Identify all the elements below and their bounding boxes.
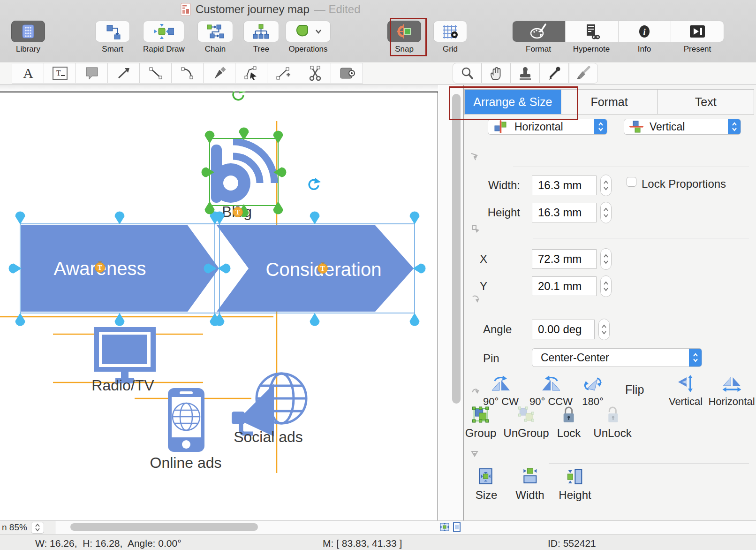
rotate-90cw-button[interactable]: 90° CW bbox=[483, 374, 519, 408]
width-field[interactable] bbox=[532, 176, 597, 195]
vertical-align-dropdown[interactable]: Vertical bbox=[624, 119, 741, 135]
selection-handle[interactable] bbox=[205, 201, 215, 214]
height-field[interactable] bbox=[532, 203, 597, 222]
horizontal-align-icon bbox=[493, 120, 509, 133]
section-group-icon[interactable] bbox=[471, 388, 480, 397]
flip-horizontal-button[interactable]: Horizontal bbox=[708, 374, 755, 408]
rotate-handle-blue[interactable] bbox=[309, 178, 321, 189]
vertical-scrollbar[interactable] bbox=[452, 94, 461, 404]
tool-text[interactable]: A bbox=[12, 63, 44, 84]
tab-text[interactable]: Text bbox=[658, 90, 754, 114]
tool-connection-point[interactable] bbox=[331, 63, 363, 84]
x-field[interactable] bbox=[532, 249, 597, 269]
pin-dropdown[interactable]: Center-Center bbox=[532, 348, 702, 367]
lock-button[interactable]: Lock bbox=[557, 405, 581, 440]
fit-page-button[interactable] bbox=[439, 521, 450, 533]
snap-button[interactable] bbox=[387, 21, 421, 42]
online-ads-shape[interactable] bbox=[168, 388, 204, 452]
vertical-align-stepper[interactable] bbox=[728, 119, 741, 134]
selection-handle[interactable] bbox=[410, 313, 420, 326]
tool-arrow[interactable] bbox=[107, 63, 140, 84]
page-view-button[interactable] bbox=[451, 521, 462, 533]
present-button[interactable] bbox=[671, 21, 724, 42]
tool-arc[interactable] bbox=[171, 63, 204, 84]
grid-button[interactable] bbox=[433, 21, 467, 42]
same-height-icon bbox=[566, 467, 584, 486]
tool-edit-nodes[interactable] bbox=[235, 63, 267, 84]
width-stepper[interactable] bbox=[600, 175, 612, 196]
tool-stamp[interactable] bbox=[511, 63, 540, 84]
x-label: X bbox=[480, 252, 494, 266]
selection-handle[interactable] bbox=[273, 201, 283, 214]
make-same-size-button[interactable]: Size bbox=[476, 467, 498, 502]
text-box-tool-icon: T bbox=[52, 66, 68, 80]
selection-handle[interactable] bbox=[115, 212, 125, 225]
grid-label: Grid bbox=[443, 45, 458, 54]
zoom-level-stepper[interactable] bbox=[31, 522, 44, 534]
y-field[interactable] bbox=[532, 276, 597, 296]
x-stepper[interactable] bbox=[600, 248, 612, 270]
zoom-level-control[interactable]: n 85% bbox=[0, 520, 55, 534]
angle-stepper[interactable] bbox=[598, 319, 610, 340]
selection-handle[interactable] bbox=[310, 313, 320, 326]
rotate-90ccw-button[interactable]: 90° CCW bbox=[529, 374, 573, 408]
tool-pen[interactable] bbox=[203, 63, 235, 84]
info-icon: i bbox=[637, 23, 652, 39]
make-same-width-button[interactable]: Width bbox=[515, 467, 544, 502]
selection-handle[interactable] bbox=[210, 313, 220, 326]
selection-handle[interactable] bbox=[115, 313, 125, 326]
library-button[interactable] bbox=[11, 21, 45, 42]
section-same-icon[interactable] bbox=[470, 450, 479, 459]
section-rotation-icon[interactable] bbox=[471, 295, 480, 304]
selection-handle[interactable] bbox=[9, 264, 22, 274]
rotate-180-button[interactable]: 180° bbox=[582, 374, 604, 408]
tool-cut[interactable] bbox=[299, 63, 331, 84]
hypernote-button[interactable] bbox=[566, 21, 619, 42]
info-button[interactable]: i bbox=[619, 21, 672, 42]
tool-add-node[interactable] bbox=[267, 63, 299, 84]
chain-button[interactable] bbox=[197, 21, 233, 42]
tab-arrange-size[interactable]: Arrange & Size bbox=[465, 90, 561, 114]
tool-zoom[interactable] bbox=[453, 63, 482, 84]
tool-pan[interactable] bbox=[482, 63, 511, 84]
y-stepper[interactable] bbox=[600, 275, 612, 297]
unlock-button[interactable]: UnLock bbox=[593, 405, 631, 440]
horizontal-align-stepper[interactable] bbox=[594, 119, 607, 134]
add-node-tool-icon bbox=[275, 66, 291, 80]
group-button[interactable]: Group bbox=[465, 405, 497, 440]
selection-handle[interactable] bbox=[410, 212, 420, 225]
operations-button[interactable] bbox=[286, 21, 331, 42]
selection-handle[interactable] bbox=[15, 313, 25, 326]
tool-callout[interactable] bbox=[76, 63, 108, 84]
horizontal-scrollbar[interactable] bbox=[70, 523, 258, 531]
tool-text-box[interactable]: T bbox=[44, 63, 76, 84]
selection-handle[interactable] bbox=[205, 131, 215, 144]
make-same-height-button[interactable]: Height bbox=[559, 467, 591, 502]
angle-field[interactable] bbox=[532, 320, 595, 339]
pin-stepper[interactable] bbox=[689, 349, 702, 367]
rapid-draw-button[interactable] bbox=[143, 21, 184, 42]
tool-line[interactable] bbox=[139, 63, 172, 84]
height-stepper[interactable] bbox=[600, 202, 612, 223]
chain-label: Chain bbox=[205, 45, 226, 54]
radio-tv-shape[interactable] bbox=[94, 327, 156, 383]
ungroup-button[interactable]: UnGroup bbox=[503, 405, 549, 440]
rotate-handle-green[interactable] bbox=[233, 92, 246, 100]
format-button[interactable] bbox=[513, 21, 566, 42]
selection-handle[interactable] bbox=[310, 212, 320, 225]
tool-eyedropper[interactable] bbox=[540, 63, 569, 84]
horizontal-align-dropdown[interactable]: Horizontal bbox=[488, 119, 607, 135]
selection-handle[interactable] bbox=[273, 131, 283, 144]
section-position-icon[interactable] bbox=[471, 224, 480, 234]
tab-format[interactable]: Format bbox=[561, 90, 658, 114]
social-ads-shape[interactable] bbox=[232, 374, 306, 436]
section-size-icon[interactable] bbox=[470, 152, 479, 161]
flip-vertical-button[interactable]: Vertical bbox=[669, 374, 703, 408]
blog-shape[interactable] bbox=[211, 142, 274, 203]
smart-button[interactable] bbox=[95, 21, 130, 42]
tree-button[interactable] bbox=[243, 21, 279, 42]
selection-handle[interactable] bbox=[15, 212, 25, 225]
tree-icon bbox=[252, 23, 270, 39]
lock-proportions-checkbox[interactable] bbox=[627, 177, 636, 187]
tool-format-brush[interactable] bbox=[569, 63, 598, 84]
